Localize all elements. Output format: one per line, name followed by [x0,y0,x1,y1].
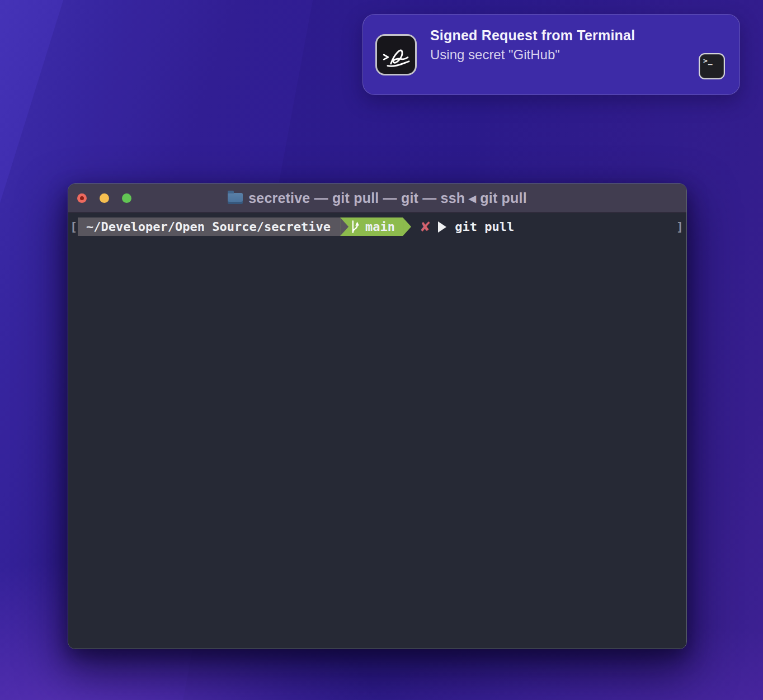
notification-title: Signed Request from Terminal [430,27,676,44]
window-title-group: secretive — git pull — git — ssh ◂ git p… [68,184,686,212]
traffic-lights [77,193,131,203]
cwd-segment: ~/Developer/Open Source/secretive [78,217,340,236]
powerline-separator-icon [340,217,348,236]
powerline-arrow-icon [403,217,411,236]
terminal-app-icon: >_ [699,53,725,79]
notification-banner[interactable]: Signed Request from Terminal Using secre… [362,14,740,95]
prompt-spacer [514,217,676,236]
shell-prompt-line: [ ~/Developer/Open Source/secretive main… [70,217,685,236]
window-title: secretive — git pull — git — ssh ◂ git p… [248,190,527,206]
close-button[interactable] [77,193,87,203]
terminal-content[interactable]: [ ~/Developer/Open Source/secretive main… [68,213,686,649]
terminal-glyph: >_ [703,56,713,65]
git-branch-segment: main [348,217,403,236]
notification-subtitle: Using secret "GitHub" [430,46,676,63]
prompt-close-bracket: ] [676,220,684,234]
minimize-button[interactable] [100,193,109,203]
git-branch-name: main [365,220,395,234]
window-titlebar[interactable]: secretive — git pull — git — ssh ◂ git p… [68,184,686,213]
secretive-signature-icon [375,34,417,75]
git-branch-icon [351,220,360,234]
status-error-icon: ✘ [420,219,431,235]
command-text: git pull [455,220,514,234]
terminal-window: secretive — git pull — git — ssh ◂ git p… [68,183,687,649]
folder-icon [228,193,243,204]
signature-glyph [379,37,413,72]
notification-text: Signed Request from Terminal Using secre… [430,27,676,63]
zoom-button[interactable] [122,193,131,203]
prompt-arrow-icon [438,221,446,233]
prompt-open-bracket: [ [70,220,78,234]
